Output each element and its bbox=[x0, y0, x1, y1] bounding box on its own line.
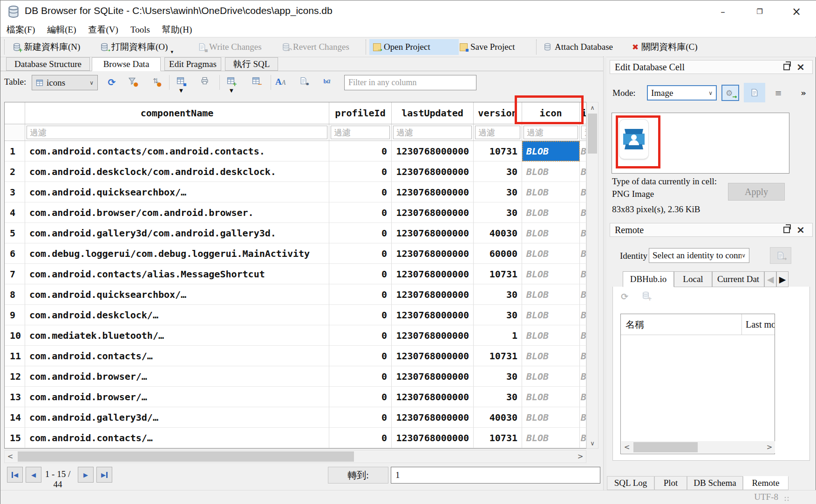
row-number[interactable]: 14 bbox=[5, 407, 25, 428]
remote-list-header-name[interactable]: 名稱 bbox=[621, 318, 644, 331]
cell-profileId[interactable]: 0 bbox=[329, 407, 392, 428]
replace-button[interactable]: ba bbox=[322, 77, 332, 87]
cell-lastUpdated[interactable]: 1230768000000 bbox=[392, 387, 474, 407]
cell-componentName[interactable]: com.android.contacts/com.android.contact… bbox=[25, 141, 329, 161]
cell-componentName[interactable]: com.android.deskclock/… bbox=[25, 305, 329, 325]
scroll-down-icon[interactable]: ∨ bbox=[587, 438, 598, 448]
apply-button[interactable]: Apply bbox=[728, 183, 785, 201]
grid-vertical-scrollbar[interactable]: ∧ ∨ bbox=[586, 102, 598, 449]
cell-profileId[interactable]: 0 bbox=[329, 387, 392, 407]
cell-lastUpdated[interactable]: 1230768000000 bbox=[392, 305, 474, 325]
dock-tab-sql-log[interactable]: SQL Log bbox=[607, 476, 654, 490]
menu-file[interactable]: 檔案(F) bbox=[0, 23, 41, 37]
cell-version[interactable]: 30 bbox=[474, 182, 522, 202]
filter-clipped[interactable]: 過濾 bbox=[580, 124, 586, 141]
cell-icon-blob[interactable]: BLOB bbox=[522, 223, 580, 243]
tab-execute-sql[interactable]: 執行 SQL bbox=[225, 57, 278, 71]
new-database-button[interactable]: + 新建資料庫(N) bbox=[9, 39, 84, 55]
previous-page-button[interactable]: ◀ bbox=[26, 467, 41, 483]
save-results-button[interactable]: ▪ bbox=[176, 77, 186, 87]
cell-icon-blob[interactable]: BLOB bbox=[522, 202, 580, 223]
cell-icon-blob[interactable]: BLOB bbox=[522, 161, 580, 182]
filter-profileId[interactable]: 過濾 bbox=[329, 124, 392, 141]
cell-icon-blob[interactable]: BLOB bbox=[522, 141, 580, 161]
cell-version[interactable]: 60000 bbox=[474, 243, 522, 264]
save-results-dropdown-icon[interactable]: ▼ bbox=[179, 88, 183, 93]
tab-database-structure[interactable]: Database Structure bbox=[6, 57, 90, 71]
cell-componentName[interactable]: com.android.contacts/… bbox=[25, 428, 329, 448]
cell-componentName[interactable]: com.android.contacts/… bbox=[25, 346, 329, 366]
tab-browse-data[interactable]: Browse Data bbox=[92, 57, 161, 71]
cell-componentName[interactable]: com.debug.loggerui/com.debug.loggerui.Ma… bbox=[25, 243, 329, 264]
cell-icon-clipped[interactable]: BLOB bbox=[580, 428, 586, 448]
cell-icon-blob[interactable]: BLOB bbox=[522, 387, 580, 407]
cell-profileId[interactable]: 0 bbox=[329, 346, 392, 366]
encoding-label[interactable]: UTF-8 bbox=[754, 492, 778, 502]
remote-refresh-button[interactable]: ⟳ bbox=[619, 291, 630, 302]
maximize-button[interactable]: ❐ bbox=[744, 0, 775, 23]
delete-record-button[interactable]: − bbox=[251, 77, 261, 87]
vertical-scrollbar-thumb[interactable] bbox=[588, 114, 597, 154]
float-panel-button[interactable] bbox=[780, 224, 794, 236]
last-page-button[interactable]: ▶ bbox=[96, 467, 112, 483]
row-number[interactable]: 1 bbox=[5, 141, 25, 161]
insert-record-dropdown-icon[interactable]: ▼ bbox=[230, 88, 233, 93]
first-page-button[interactable]: ◀ bbox=[7, 467, 23, 483]
cell-componentName[interactable]: com.android.quicksearchbox/… bbox=[25, 284, 329, 305]
cell-version[interactable]: 10731 bbox=[474, 141, 522, 161]
cell-profileId[interactable]: 0 bbox=[329, 141, 392, 161]
remote-list-header-last-modified[interactable]: Last mo bbox=[741, 314, 775, 335]
cell-icon-clipped[interactable]: BLOB bbox=[580, 305, 586, 325]
menu-tools[interactable]: Tools bbox=[124, 23, 156, 37]
text-view-button[interactable] bbox=[744, 83, 765, 102]
cell-lastUpdated[interactable]: 1230768000000 bbox=[392, 182, 474, 202]
cell-version[interactable]: 10731 bbox=[474, 428, 522, 448]
cell-version[interactable]: 10731 bbox=[474, 264, 522, 284]
cell-version[interactable]: 30 bbox=[474, 161, 522, 182]
filter-any-column-input[interactable]: Filter in any column bbox=[344, 75, 476, 90]
cell-icon-clipped[interactable]: BLOB bbox=[580, 202, 586, 223]
cell-lastUpdated[interactable]: 1230768000000 bbox=[392, 284, 474, 305]
cell-lastUpdated[interactable]: 1230768000000 bbox=[392, 161, 474, 182]
row-number[interactable]: 13 bbox=[5, 387, 25, 407]
row-number[interactable]: 10 bbox=[5, 325, 25, 346]
cell-lastUpdated[interactable]: 1230768000000 bbox=[392, 141, 474, 161]
row-number[interactable]: 11 bbox=[5, 346, 25, 366]
menu-edit[interactable]: 編輯(E) bbox=[41, 23, 82, 37]
clear-sort-button[interactable]: ⇅● bbox=[150, 77, 161, 87]
cell-icon-blob[interactable]: BLOB bbox=[522, 325, 580, 346]
grid-horizontal-scrollbar[interactable]: < > bbox=[4, 450, 586, 463]
cell-icon-clipped[interactable]: BLOB bbox=[580, 366, 586, 387]
cell-icon-blob[interactable]: BLOB bbox=[522, 284, 580, 305]
column-header-lastUpdated[interactable]: lastUpdated bbox=[392, 102, 474, 124]
remote-tab-current-database[interactable]: Current Dat bbox=[712, 271, 764, 287]
word-wrap-button[interactable]: ≡ bbox=[770, 85, 787, 101]
dock-tab-db-schema[interactable]: DB Schema bbox=[687, 476, 743, 490]
scroll-left-icon[interactable]: < bbox=[621, 441, 632, 453]
insert-record-button[interactable]: + bbox=[226, 77, 236, 87]
cell-componentName[interactable]: com.android.browser/… bbox=[25, 387, 329, 407]
cell-icon-clipped[interactable]: BLOB bbox=[580, 161, 586, 182]
row-number[interactable]: 12 bbox=[5, 366, 25, 387]
cell-icon-blob[interactable]: BLOB bbox=[522, 366, 580, 387]
cell-icon-clipped[interactable]: BLOB bbox=[580, 387, 586, 407]
float-panel-button[interactable] bbox=[780, 61, 794, 73]
row-number[interactable]: 8 bbox=[5, 284, 25, 305]
cell-version[interactable]: 40030 bbox=[474, 223, 522, 243]
cell-profileId[interactable]: 0 bbox=[329, 264, 392, 284]
resize-grip[interactable] bbox=[784, 496, 789, 502]
font-button[interactable]: AA bbox=[275, 77, 286, 87]
filter-componentName[interactable]: 過濾 bbox=[25, 124, 329, 141]
cell-version[interactable]: 30 bbox=[474, 284, 522, 305]
cell-profileId[interactable]: 0 bbox=[329, 182, 392, 202]
cell-profileId[interactable]: 0 bbox=[329, 223, 392, 243]
cell-lastUpdated[interactable]: 1230768000000 bbox=[392, 202, 474, 223]
cell-icon-blob[interactable]: BLOB bbox=[522, 182, 580, 202]
import-data-button[interactable]: ⚙→ bbox=[721, 85, 739, 101]
table-selector-combobox[interactable]: icons ∨ bbox=[32, 75, 98, 90]
cell-version[interactable]: 30 bbox=[474, 305, 522, 325]
filter-lastUpdated[interactable]: 過濾 bbox=[392, 124, 474, 141]
menu-view[interactable]: 查看(V) bbox=[82, 23, 124, 37]
cell-componentName[interactable]: com.android.deskclock/com.android.deskcl… bbox=[25, 161, 329, 182]
header-corner[interactable] bbox=[5, 102, 25, 124]
